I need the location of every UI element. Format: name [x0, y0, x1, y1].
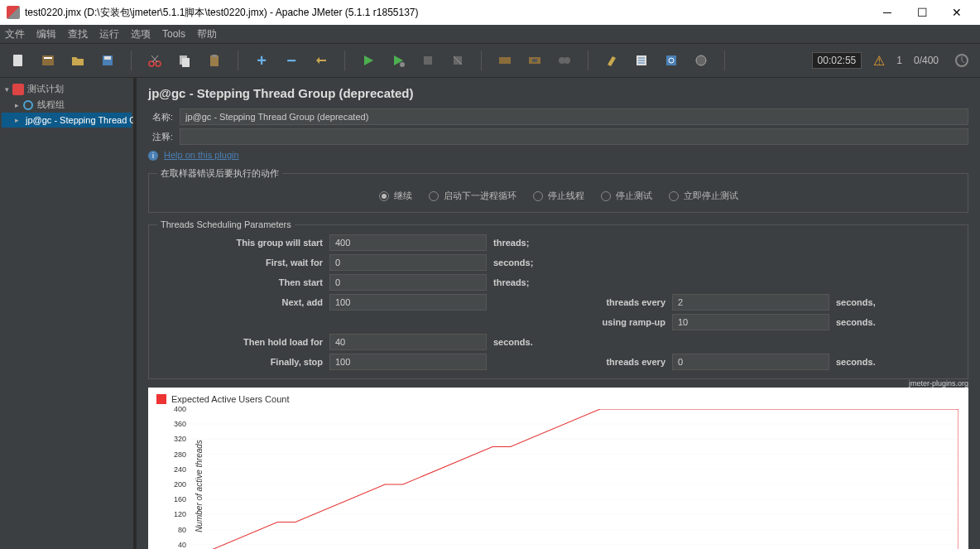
new-icon[interactable] [7, 49, 30, 72]
menu-file[interactable]: 文件 [5, 27, 25, 41]
hold-input[interactable] [329, 334, 487, 350]
params-legend: Threads Scheduling Parameters [157, 219, 295, 229]
remote-start-icon[interactable] [493, 49, 516, 72]
elapsed-time: 00:02:55 [812, 52, 862, 69]
next-add-input[interactable] [329, 294, 487, 311]
then-start-input[interactable] [329, 274, 487, 291]
close-button[interactable]: ✕ [940, 2, 973, 23]
svg-rect-16 [532, 59, 537, 62]
menu-edit[interactable]: 编辑 [36, 27, 56, 41]
svg-rect-20 [666, 55, 676, 65]
collapse-icon[interactable]: − [280, 49, 303, 72]
tree-test-plan[interactable]: ▾ 测试计划 [2, 81, 132, 97]
stop-label: Finally, stop [157, 357, 323, 367]
svg-rect-14 [499, 57, 511, 64]
remote-shutdown-icon[interactable] [553, 49, 576, 72]
warning-count: 1 [896, 55, 902, 66]
legend-label: Expected Active Users Count [171, 394, 289, 404]
menu-tools[interactable]: Tools [162, 28, 185, 40]
cut-icon[interactable] [143, 49, 166, 72]
radio-2[interactable]: 停止线程 [533, 190, 584, 202]
ramp-unit: seconds. [836, 317, 902, 327]
name-label: 名称: [148, 111, 173, 123]
start-no-timers-icon[interactable] [387, 49, 410, 72]
next-add-label: Next, add [157, 297, 323, 307]
stop-every-input[interactable] [672, 354, 829, 370]
hold-label: Then hold load for [157, 337, 323, 347]
toggle-icon[interactable] [310, 49, 333, 72]
start-label: This group will start [157, 238, 323, 248]
svg-rect-10 [212, 55, 217, 57]
radio-0[interactable]: 继续 [379, 190, 412, 202]
comment-input[interactable] [180, 128, 968, 145]
y-tick: 320 [174, 435, 186, 443]
menu-bar: 文件 编辑 查找 运行 选项 Tools 帮助 [0, 25, 980, 43]
ramp-input[interactable] [672, 314, 829, 330]
maximize-button[interactable]: ☐ [906, 2, 939, 23]
svg-rect-4 [104, 56, 111, 60]
threads-icon[interactable] [950, 49, 973, 72]
paste-icon[interactable] [203, 49, 226, 72]
chart-area: Expected Active Users Count Number of ac… [148, 388, 968, 549]
error-action-legend: 在取样器错误后要执行的动作 [157, 167, 282, 180]
stop-icon[interactable] [416, 49, 440, 72]
menu-search[interactable]: 查找 [68, 27, 88, 41]
next-add-every-input[interactable] [672, 294, 829, 311]
thread-count: 0/400 [914, 55, 939, 66]
clear-icon[interactable] [600, 49, 623, 72]
then-start-label: Then start [157, 277, 323, 287]
wait-unit: seconds; [493, 258, 576, 267]
radio-3[interactable]: 停止测试 [601, 190, 652, 202]
minimize-button[interactable]: ─ [871, 2, 904, 23]
stop-unit: seconds. [836, 357, 902, 367]
warning-icon[interactable]: ⚠ [873, 53, 885, 69]
expand-icon[interactable]: + [250, 49, 273, 72]
flask-icon [12, 84, 24, 95]
chart-line [188, 409, 958, 549]
error-action-group: 在取样器错误后要执行的动作 继续启动下一进程循环停止线程停止测试立即停止测试 [148, 167, 968, 213]
shutdown-icon[interactable] [446, 49, 469, 72]
menu-help[interactable]: 帮助 [197, 27, 217, 41]
name-input[interactable] [180, 108, 968, 125]
radio-icon [669, 191, 679, 201]
open-icon[interactable] [66, 49, 89, 72]
next-add-unit: seconds, [836, 297, 902, 307]
start-input[interactable] [329, 234, 487, 251]
legend-swatch [156, 394, 166, 404]
tree-thread-group[interactable]: ▸ 线程组 [2, 97, 132, 113]
search-icon[interactable] [660, 49, 683, 72]
then-start-unit: threads; [493, 277, 576, 287]
tree-stepping-thread-group[interactable]: ▸ jp@gc - Stepping Thread G [2, 113, 132, 128]
radio-4[interactable]: 立即停止测试 [669, 190, 738, 202]
y-tick: 200 [174, 480, 186, 489]
info-icon: i [148, 151, 158, 161]
y-tick: 240 [174, 465, 186, 474]
plugin-watermark: jmeter-plugins.org [909, 379, 968, 388]
save-icon[interactable] [96, 49, 119, 72]
copy-icon[interactable] [173, 49, 196, 72]
y-tick: 40 [178, 541, 186, 549]
wait-label: First, wait for [157, 258, 323, 267]
ramp-label: using ramp-up [583, 317, 665, 327]
menu-run[interactable]: 运行 [99, 27, 119, 41]
test-plan-tree[interactable]: ▾ 测试计划 ▸ 线程组 ▸ jp@gc - Stepping Thread G [0, 78, 137, 549]
clear-all-icon[interactable] [630, 49, 653, 72]
y-tick: 400 [174, 405, 186, 413]
svg-rect-8 [182, 58, 190, 67]
svg-rect-1 [42, 55, 54, 65]
svg-point-5 [149, 61, 154, 66]
stop-input[interactable] [329, 354, 487, 370]
menu-options[interactable]: 选项 [131, 27, 151, 41]
wait-input[interactable] [329, 254, 487, 271]
function-helper-icon[interactable] [689, 49, 713, 72]
templates-icon[interactable] [36, 49, 60, 72]
remote-stop-icon[interactable] [523, 49, 546, 72]
svg-point-6 [156, 61, 161, 66]
help-link[interactable]: Help on this plugin [164, 150, 239, 160]
window-titlebar: test0220.jmx (D:\安装包\jmeter\5.1.1脚本\test… [0, 0, 980, 25]
start-icon[interactable] [357, 49, 380, 72]
radio-1[interactable]: 启动下一进程循环 [429, 190, 516, 202]
hold-unit: seconds. [493, 337, 576, 347]
y-tick: 120 [174, 510, 186, 518]
radio-icon [379, 191, 389, 201]
